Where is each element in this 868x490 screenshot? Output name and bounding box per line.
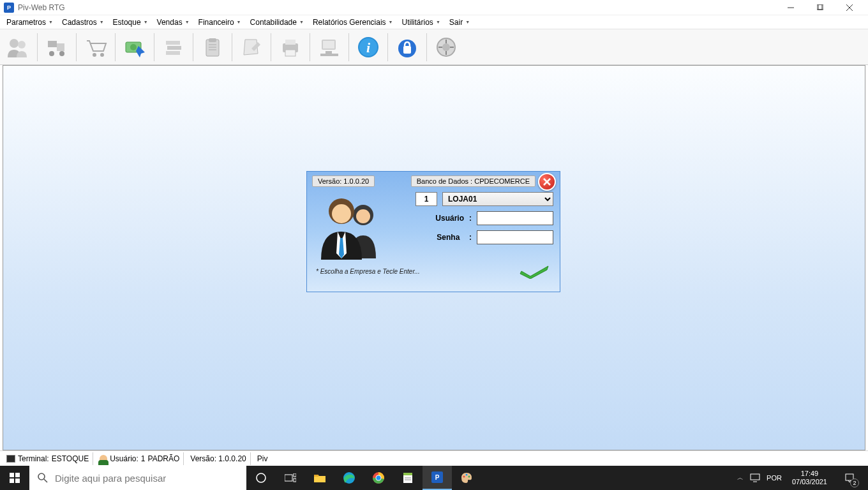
toolbar-lock-button[interactable] [392, 32, 423, 63]
menu-sair[interactable]: Sair▼ [445, 16, 474, 29]
login-close-button[interactable] [538, 173, 556, 191]
menu-financeiro[interactable]: Financeiro▼ [195, 16, 245, 29]
forklift-icon [44, 34, 70, 60]
svg-rect-27 [323, 41, 334, 48]
maximize-button[interactable] [805, 0, 835, 15]
tray-monitor-icon[interactable] [750, 473, 760, 482]
menu-cadastros[interactable]: Cadastros▼ [58, 16, 108, 29]
toolbar-money-button[interactable] [119, 32, 150, 63]
svg-point-46 [332, 204, 351, 223]
taskbar-paint[interactable] [452, 466, 481, 490]
window-title: Piv-Web RTG [18, 3, 65, 12]
company-select[interactable]: LOJA01 [442, 192, 553, 206]
info-icon: i [355, 34, 381, 60]
svg-rect-49 [10, 479, 14, 483]
username-input[interactable] [477, 211, 553, 225]
chevron-down-icon: ▼ [436, 20, 440, 24]
svg-rect-16 [167, 46, 181, 50]
menu-estoque[interactable]: Estoque▼ [109, 16, 152, 29]
tray-chevron-up-icon[interactable]: ︿ [737, 473, 744, 482]
taskbar-search[interactable]: Digite aqui para pesquisar [29, 466, 246, 490]
svg-rect-7 [48, 41, 57, 47]
svg-rect-1 [817, 4, 822, 10]
svg-rect-28 [326, 51, 332, 54]
svg-line-52 [44, 479, 47, 482]
svg-point-44 [356, 209, 370, 223]
toolbar-cart-button[interactable] [80, 32, 111, 63]
money-icon [122, 34, 147, 60]
start-button[interactable] [0, 466, 29, 490]
tray-language[interactable]: POR [767, 474, 782, 482]
tray-clock[interactable]: 17:49 07/03/2021 [788, 470, 831, 486]
password-label: Senha [420, 233, 460, 242]
menu-utilitarios[interactable]: Utilitários▼ [398, 16, 444, 29]
taskbar-notepadpp[interactable] [393, 466, 423, 490]
toolbar-info-button[interactable]: i [353, 32, 384, 63]
minimize-button[interactable] [776, 0, 805, 15]
svg-point-5 [10, 39, 19, 48]
svg-point-53 [257, 473, 266, 482]
toolbar-note-button[interactable] [236, 32, 267, 63]
svg-point-12 [100, 53, 104, 57]
menu-relatorios[interactable]: Relatórios Gerenciais▼ [309, 16, 397, 29]
svg-point-9 [49, 51, 54, 56]
users-icon [5, 34, 31, 60]
svg-rect-47 [10, 473, 14, 477]
app-icon: P [431, 471, 443, 483]
svg-rect-8 [57, 43, 64, 51]
menu-vendas[interactable]: Vendas▼ [153, 16, 193, 29]
taskbar-edge[interactable] [334, 466, 364, 490]
chevron-down-icon: ▼ [100, 20, 104, 24]
clipboard-icon [200, 34, 225, 60]
toolbar-forklift-button[interactable] [41, 32, 72, 63]
tray-notifications[interactable]: 2 [837, 466, 862, 490]
status-version: Versão: 1.0.0.20 [186, 452, 250, 465]
search-placeholder: Digite aqui para pesquisar [55, 473, 166, 484]
palette-icon [460, 471, 473, 484]
svg-point-70 [463, 476, 465, 478]
toolbar-books-button[interactable] [158, 32, 189, 63]
svg-rect-48 [15, 473, 20, 477]
svg-rect-65 [403, 473, 412, 475]
folder-icon [313, 473, 326, 483]
chevron-down-icon: ▼ [299, 20, 304, 24]
menu-contabilidade[interactable]: Contabilidade▼ [246, 16, 308, 29]
svg-rect-56 [294, 479, 296, 482]
svg-text:i: i [366, 40, 371, 56]
menu-parametros[interactable]: Parametros▼ [3, 16, 57, 29]
computer-icon [317, 34, 342, 60]
svg-text:P: P [435, 474, 440, 481]
svg-rect-24 [285, 40, 296, 45]
toolbar-safe-button[interactable] [431, 32, 461, 63]
svg-point-10 [59, 51, 64, 56]
status-app: Piv [253, 452, 272, 465]
login-dialog: Versão: 1.0.0.20 Banco de Dados : CPDECO… [306, 171, 560, 292]
toolbar-print-button[interactable] [275, 32, 306, 63]
cortana-button[interactable] [246, 466, 276, 490]
status-terminal: Terminal: ESTOQUE [3, 452, 93, 465]
search-icon [37, 472, 49, 484]
close-button[interactable] [835, 0, 864, 15]
toolbar: i [0, 29, 868, 65]
taskview-icon [285, 473, 296, 482]
status-user: Usuário: 1 PADRÃO [96, 452, 184, 465]
terminal-icon [6, 455, 15, 463]
toolbar-users-button[interactable] [3, 32, 33, 63]
printer-icon [278, 34, 303, 60]
database-badge: Banco de Dados : CPDECOMERCE [411, 175, 535, 187]
taskbar-chrome[interactable] [364, 466, 393, 490]
close-icon [543, 178, 551, 186]
svg-point-63 [377, 476, 381, 480]
svg-rect-54 [285, 475, 292, 481]
taskbar-pivweb[interactable]: P [423, 466, 452, 490]
toolbar-computer-button[interactable] [314, 32, 345, 63]
safe-dial-icon [433, 34, 459, 60]
login-confirm-button[interactable] [519, 264, 551, 279]
toolbar-clipboard-button[interactable] [197, 32, 228, 63]
taskbar-explorer[interactable] [305, 466, 334, 490]
chevron-down-icon: ▼ [144, 20, 148, 24]
password-input[interactable] [477, 230, 553, 244]
company-number-input[interactable] [415, 192, 437, 206]
taskview-button[interactable] [276, 466, 305, 490]
svg-rect-15 [166, 41, 180, 45]
